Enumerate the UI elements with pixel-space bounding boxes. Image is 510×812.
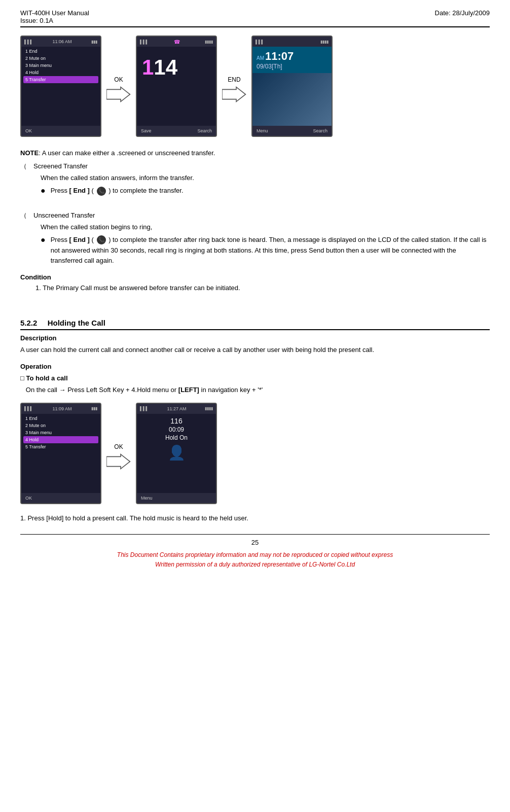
- footer-notice: This Document Contains proprietary infor…: [20, 550, 490, 570]
- menu-item-5-transfer: 5 Transfer: [23, 76, 98, 83]
- sub-op-label: □ To hold a call: [20, 374, 490, 382]
- condition-block: Condition 1. The Primary Call must be an…: [20, 273, 490, 292]
- arrow-label-ok-1: OK: [114, 76, 123, 83]
- end-icon-2: 📞: [97, 235, 106, 244]
- hold-menu-item-1: 1 End: [23, 415, 98, 422]
- phone-time-hold-1: 11:09 AM: [52, 406, 71, 411]
- hold-menu-item-3: 3 Main menu: [23, 429, 98, 436]
- phone-end-date: 09/03[Th]: [257, 63, 327, 70]
- unscreened-when: When the called station begins to ring,: [41, 223, 490, 231]
- phone-bottom-bar-1: OK: [21, 126, 100, 136]
- hold-menu-item-4: 4 Hold: [23, 436, 98, 443]
- battery-icon-h2: ▮▮▮▮: [205, 406, 213, 411]
- phone-screen-hold-1: ▌▌▌ 11:09 AM ▮▮▮ 1 End 2 Mute on 3 Main …: [20, 403, 101, 504]
- condition-item: 1. The Primary Call must be answered bef…: [35, 284, 490, 292]
- phone-hold-content: 116 00:09 Hold On 👤: [137, 414, 216, 464]
- signal-icon-2: ▌▌▌: [140, 40, 149, 44]
- phone-end-time-row: AM 11:07: [257, 50, 327, 63]
- hold-menu-item-2: 2 Mute on: [23, 422, 98, 429]
- phone-screen-2: ▌▌▌ ☎ ▮▮▮▮ 114 Save Search: [136, 36, 217, 137]
- screened-bullet-text: Press [ End ] ( 📞 ) to complete the tran…: [51, 186, 490, 196]
- footer-line-1: This Document Contains proprietary infor…: [20, 550, 490, 560]
- dialing-number: 114: [142, 57, 177, 78]
- am-badge: AM: [257, 55, 264, 61]
- phone-bottom-bar-3: Menu Search: [252, 126, 332, 136]
- phone-end-time: 11:07: [265, 50, 294, 63]
- phone-call-icon: ☎: [174, 39, 180, 45]
- page-header: WIT-400H User Manual Issue: 0.1A Date: 2…: [20, 9, 490, 27]
- softkey-ok-hold: OK: [25, 496, 32, 501]
- digit-1: 1: [142, 55, 154, 79]
- screened-section: （ Screened Transfer When the called stat…: [20, 162, 490, 196]
- arrow-label-end: END: [228, 76, 240, 83]
- arrow-end: END: [222, 36, 246, 103]
- phone-bottom-bar-hold-1: OK: [21, 493, 100, 503]
- screened-when: When the called station answers, inform …: [41, 174, 490, 182]
- note-label: NOTE: [20, 149, 39, 157]
- arrow-icon-2: [222, 85, 246, 103]
- signal-icon-h1: ▌▌▌: [24, 406, 33, 411]
- phone-screen-3: ▌▌▌ ▮▮▮▮ AM 11:07 09/03[Th] 115 Menu Sea…: [251, 36, 333, 137]
- phone-end-content: AM 11:07 09/03[Th] 115: [252, 47, 332, 137]
- phone-top-bar-hold-2: ▌▌▌ 11:27 AM ▮▮▮▮: [137, 404, 216, 414]
- battery-icon-3: ▮▮▮▮: [320, 40, 329, 44]
- phone-menu-hold-1: 1 End 2 Mute on 3 Main menu 4 Hold 5 Tra…: [21, 414, 100, 451]
- hold-menu-item-5: 5 Transfer: [23, 443, 98, 450]
- unscreened-section: （ Unscreened Transfer When the called st…: [20, 211, 490, 266]
- screenshot-row-1: ▌▌▌ 11:06 AM ▮▮▮ 1 End 2 Mute on 3 Main …: [20, 36, 490, 137]
- menu-item-4: 4 Hold: [23, 69, 98, 76]
- screenshot-row-2: ▌▌▌ 11:09 AM ▮▮▮ 1 End 2 Mute on 3 Main …: [20, 403, 490, 504]
- screened-label: （ Screened Transfer: [20, 162, 490, 171]
- screened-bullet: ● Press [ End ] ( 📞 ) to complete the tr…: [41, 186, 490, 196]
- op-text: On the call → Press Left Soft Key + 4.Ho…: [20, 385, 490, 396]
- phone-bottom-bar-2: Save Search: [137, 126, 216, 136]
- hold-avatar-icon: 👤: [140, 444, 213, 461]
- signal-icon-3: ▌▌▌: [256, 40, 264, 44]
- page-number: 25: [20, 539, 490, 546]
- battery-icon-2: ▮▮▮▮: [205, 40, 213, 44]
- screened-indent: When the called station answers, inform …: [41, 174, 490, 196]
- condition-title: Condition: [20, 273, 490, 281]
- unscreened-bullet-text: Press [ End ] ( 📞 ) to complete the tran…: [51, 235, 490, 266]
- phone-time-1: 11:06 AM: [52, 39, 71, 44]
- unscreened-label: （ Unscreened Transfer: [20, 211, 490, 220]
- bullet-dot-1: ●: [41, 186, 46, 195]
- phone-top-bar-2: ▌▌▌ ☎ ▮▮▮▮: [137, 37, 216, 47]
- battery-icon-h1: ▮▮▮: [91, 406, 97, 411]
- phone-time-hold-2: 11:27 AM: [167, 406, 186, 411]
- phone-top-bar-hold-1: ▌▌▌ 11:09 AM ▮▮▮: [21, 404, 100, 414]
- section-522-header: 5.2.2 Holding the Call: [20, 319, 490, 330]
- menu-item-3: 3 Main menu: [23, 62, 98, 69]
- header-right: Date: 28/July/2009: [435, 9, 490, 24]
- softkey-save: Save: [141, 128, 152, 133]
- svg-marker-2: [106, 454, 130, 469]
- phone-screen-1: ▌▌▌ 11:06 AM ▮▮▮ 1 End 2 Mute on 3 Main …: [20, 36, 101, 137]
- unscreened-indent: When the called station begins to ring, …: [41, 223, 490, 266]
- section-522-title: Holding the Call: [39, 319, 105, 327]
- arrow-label-ok-hold: OK: [114, 443, 123, 450]
- phone-top-bar-3: ▌▌▌ ▮▮▮▮: [252, 37, 332, 47]
- phone-bottom-bar-hold-2: Menu: [137, 493, 216, 503]
- hold-status: Hold On: [140, 434, 213, 441]
- hold-timer: 00:09: [140, 426, 213, 433]
- arrow-ok-1: OK: [106, 36, 131, 103]
- menu-item-2: 2 Mute on: [23, 55, 98, 62]
- end-icon-1: 📞: [97, 187, 106, 196]
- step-1-text: 1. Press [Hold] to hold a present call. …: [20, 513, 490, 524]
- unscreened-bullet: ● Press [ End ] ( 📞 ) to complete the tr…: [41, 235, 490, 266]
- operation-label: Operation: [20, 363, 490, 370]
- arrow-ok-hold: OK: [106, 403, 131, 471]
- signal-icon-1: ▌▌▌: [24, 40, 33, 44]
- arrow-icon-1: [106, 85, 131, 103]
- svg-marker-1: [222, 87, 245, 102]
- bullet-dot-2: ●: [41, 235, 46, 244]
- softkey-search: Search: [197, 128, 212, 133]
- note-text: NOTE: A user can make either a .screened…: [20, 149, 490, 157]
- svg-marker-0: [106, 87, 130, 102]
- phone-screen-hold-2: ▌▌▌ 11:27 AM ▮▮▮▮ 116 00:09 Hold On 👤 Me…: [136, 403, 217, 504]
- signal-icon-h2: ▌▌▌: [140, 406, 149, 411]
- battery-icon-1: ▮▮▮: [91, 40, 97, 44]
- phone-menu-1: 1 End 2 Mute on 3 Main menu 4 Hold 5 Tra…: [21, 47, 100, 84]
- section-522-number: 5.2.2: [20, 319, 37, 327]
- menu-item-1: 1 End: [23, 48, 98, 55]
